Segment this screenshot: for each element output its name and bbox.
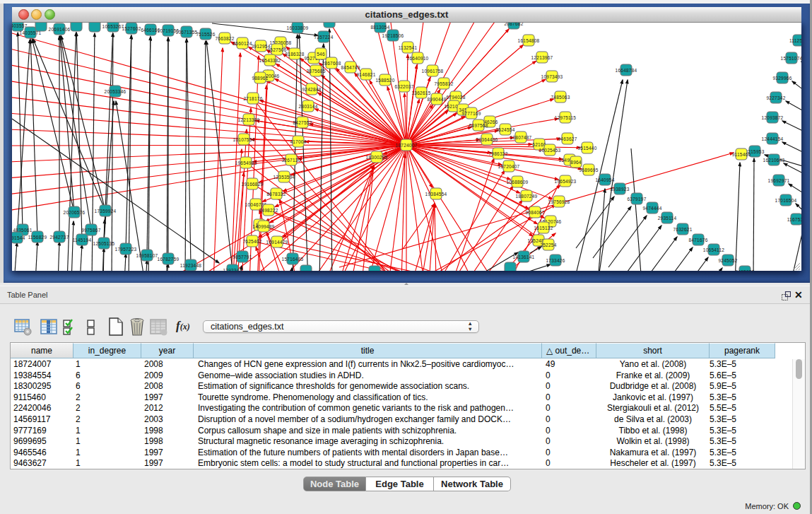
svg-text:17957223: 17957223	[115, 247, 137, 252]
svg-text:16154808: 16154808	[518, 38, 540, 43]
svg-text:7357224: 7357224	[314, 35, 333, 40]
svg-text:9329966: 9329966	[772, 76, 792, 81]
svg-text:1132541: 1132541	[399, 45, 418, 50]
svg-text:8938923: 8938923	[610, 187, 629, 192]
svg-text:8678332: 8678332	[266, 192, 286, 197]
svg-text:16033809: 16033809	[287, 25, 309, 30]
svg-text:7485063: 7485063	[551, 95, 570, 100]
svg-text:391544: 391544	[12, 235, 25, 240]
svg-text:18724007: 18724007	[396, 143, 418, 148]
svg-text:12444154: 12444154	[762, 136, 784, 141]
svg-text:2867608: 2867608	[322, 61, 341, 66]
svg-text:1615132: 1615132	[534, 226, 553, 230]
svg-text:20364436: 20364436	[476, 137, 498, 142]
svg-text:9474444: 9474444	[642, 206, 661, 211]
svg-text:11923448: 11923448	[180, 263, 202, 268]
svg-text:7625402: 7625402	[242, 239, 261, 244]
svg-text:10654112: 10654112	[703, 247, 725, 252]
svg-text:1112541: 1112541	[789, 38, 801, 43]
svg-text:6497568: 6497568	[469, 123, 488, 128]
svg-text:6322037: 6322037	[394, 84, 413, 89]
svg-text:9777169: 9777169	[461, 111, 481, 116]
svg-text:7955812: 7955812	[434, 81, 453, 86]
svg-text:9975867: 9975867	[81, 228, 100, 233]
svg-text:1588520: 1588520	[375, 78, 394, 83]
svg-text:10958107: 10958107	[136, 253, 158, 258]
svg-text:12975115: 12975115	[555, 115, 577, 120]
svg-text:16543382: 16543382	[259, 58, 281, 63]
svg-text:10688609: 10688609	[507, 180, 529, 185]
svg-text:16648784: 16648784	[616, 68, 637, 73]
svg-text:10107554: 10107554	[233, 137, 255, 142]
svg-text:12505135: 12505135	[93, 241, 115, 246]
svg-text:9242848: 9242848	[302, 87, 321, 92]
svg-text:8964: 8964	[570, 160, 582, 165]
svg-text:16640910: 16640910	[407, 56, 429, 61]
svg-text:9146821: 9146821	[356, 72, 375, 77]
svg-text:2718176: 2718176	[243, 96, 262, 101]
svg-text:6794028: 6794028	[446, 95, 465, 100]
svg-text:15716485: 15716485	[282, 257, 304, 262]
svg-text:546: 546	[317, 52, 325, 57]
svg-text:19756928: 19756928	[548, 199, 570, 204]
svg-text:19692971: 19692971	[768, 178, 790, 183]
svg-text:2803144: 2803144	[298, 104, 317, 109]
svg-text:1292344: 1292344	[223, 268, 242, 271]
svg-text:14136141: 14136141	[513, 255, 535, 259]
svg-text:10671355: 10671355	[176, 30, 198, 35]
svg-text:8427552: 8427552	[293, 120, 312, 125]
svg-text:9245052: 9245052	[718, 258, 737, 263]
svg-text:20206576: 20206576	[64, 210, 86, 215]
svg-text:19166829: 19166829	[242, 182, 264, 187]
svg-text:9689695: 9689695	[579, 168, 598, 173]
svg-text:15751074: 15751074	[781, 56, 801, 61]
svg-text:1640954: 1640954	[595, 177, 614, 182]
svg-text:1733426: 1733426	[546, 258, 565, 263]
svg-text:16210643: 16210643	[763, 158, 785, 163]
svg-text:1167533: 1167533	[787, 217, 801, 222]
svg-text:8990448: 8990448	[427, 97, 446, 102]
svg-text:14099489: 14099489	[253, 224, 275, 229]
svg-text:19218506: 19218506	[382, 33, 404, 38]
svg-text:9227342: 9227342	[766, 95, 785, 100]
svg-text:2935114: 2935114	[658, 216, 677, 221]
svg-text:2087682: 2087682	[504, 23, 523, 26]
svg-text:3267130: 3267130	[281, 158, 300, 163]
svg-text:18300295: 18300295	[366, 155, 388, 160]
svg-text:252254: 252254	[540, 243, 556, 247]
svg-text:9084067: 9084067	[525, 210, 544, 215]
svg-text:10973493: 10973493	[541, 74, 563, 79]
svg-text:9115460: 9115460	[732, 152, 751, 157]
svg-text:12213967: 12213967	[531, 55, 553, 60]
svg-text:16914479: 16914479	[266, 240, 288, 245]
svg-text:12093872: 12093872	[762, 115, 784, 120]
svg-text:9527506: 9527506	[267, 47, 286, 52]
svg-text:10807487: 10807487	[510, 135, 532, 140]
svg-text:19654983: 19654983	[235, 160, 257, 165]
svg-text:15720407: 15720407	[498, 164, 520, 169]
svg-text:9463627: 9463627	[558, 136, 577, 141]
svg-text:1527602: 1527602	[122, 26, 141, 31]
svg-text:1403557: 1403557	[12, 23, 28, 28]
svg-text:3624554: 3624554	[495, 127, 514, 132]
svg-text:1145194: 1145194	[73, 238, 92, 243]
svg-text:7663822: 7663822	[215, 36, 234, 41]
svg-text:988961: 988961	[252, 76, 268, 81]
svg-text:19654923: 19654923	[555, 179, 577, 184]
svg-text:1362615: 1362615	[411, 90, 430, 95]
svg-text:17016504: 17016504	[775, 198, 797, 203]
svg-text:12353594: 12353594	[273, 175, 295, 180]
svg-text:10653267: 10653267	[102, 24, 124, 29]
svg-text:8813054: 8813054	[370, 25, 389, 30]
svg-text:10025453: 10025453	[539, 148, 561, 153]
svg-text:7515526: 7515526	[196, 32, 215, 37]
svg-text:2942737: 2942737	[49, 235, 69, 240]
svg-text:3875685: 3875685	[306, 69, 325, 74]
svg-text:8471676: 8471676	[688, 238, 707, 243]
svg-text:8660124: 8660124	[233, 41, 252, 46]
svg-text:10961758: 10961758	[422, 69, 444, 74]
svg-text:12213389: 12213389	[238, 117, 260, 122]
svg-text:8454749: 8454749	[341, 65, 360, 70]
svg-text:9857791: 9857791	[233, 255, 252, 259]
svg-text:3498222: 3498222	[259, 208, 278, 213]
